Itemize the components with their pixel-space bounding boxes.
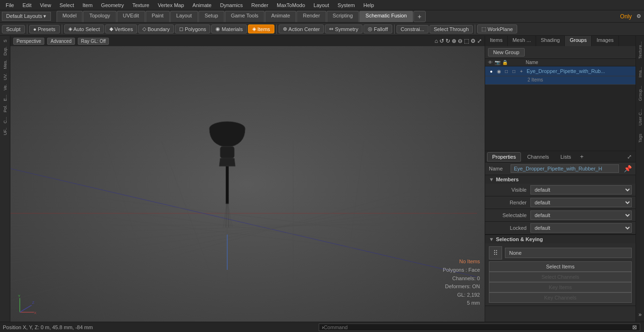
advanced-button[interactable]: Advanced <box>47 38 74 45</box>
camera-icon[interactable]: ◉ <box>495 68 502 74</box>
tab-shading[interactable]: Shading <box>536 36 565 46</box>
edge-tab-userc[interactable]: User C... <box>637 105 644 130</box>
expand-icon[interactable]: ⤢ <box>477 38 482 44</box>
select-items-button[interactable]: Select Items <box>489 261 632 272</box>
visibility-icon[interactable]: ● <box>488 68 495 74</box>
menu-select[interactable]: Select <box>56 1 78 9</box>
tab-mesh[interactable]: Mesh ... <box>508 36 536 46</box>
falloff-button[interactable]: ◎ Falloff <box>363 24 392 33</box>
tab-channels[interactable]: Channels <box>522 152 554 162</box>
keying-header[interactable]: ▼ Selection & Keying <box>485 235 636 243</box>
home-icon[interactable]: ⌂ <box>435 38 438 44</box>
command-input[interactable] <box>324 324 630 330</box>
tab-add-props[interactable]: + <box>577 152 586 161</box>
edge-tab-group[interactable]: Group... <box>637 82 644 105</box>
edge-tab-tags[interactable]: Tags <box>637 130 644 146</box>
add-icon[interactable]: + <box>518 68 525 74</box>
menu-geometry[interactable]: Geometry <box>97 1 127 9</box>
menu-file[interactable]: File <box>2 1 18 9</box>
sidebar-dup-icon[interactable]: Dup. <box>2 45 8 57</box>
action-center-button[interactable]: ⊕ Action Center <box>279 24 324 33</box>
tab-lists[interactable]: Lists <box>555 152 577 162</box>
scene-viewport[interactable] <box>10 46 485 322</box>
lock2-icon[interactable]: □ <box>503 68 510 74</box>
sidebar-e-icon[interactable]: E... <box>2 93 8 103</box>
sidebar-mes-icon[interactable]: Mes. <box>2 58 8 71</box>
boundary-button[interactable]: ◇ Boundary <box>138 24 174 33</box>
sidebar-uv-icon[interactable]: UV. <box>2 72 8 82</box>
tab-paint[interactable]: Paint <box>146 11 170 22</box>
items-button[interactable]: ◈ Items <box>248 24 274 33</box>
tab-items[interactable]: Items <box>485 36 508 46</box>
menu-maxtomodo[interactable]: MaxToModo <box>273 1 309 9</box>
menu-dynamics[interactable]: Dynamics <box>216 1 247 9</box>
vertices-button[interactable]: ◆ Vertices <box>105 24 137 33</box>
symmetry-button[interactable]: ⇔ Symmetry <box>325 24 363 33</box>
constraints-button[interactable]: Constrai... <box>396 25 429 33</box>
presets-button[interactable]: ● Presets <box>29 25 60 33</box>
selectable-select[interactable]: default <box>530 211 632 220</box>
tab-render[interactable]: Render <box>297 11 326 22</box>
menu-view[interactable]: View <box>36 1 55 9</box>
settings-icon[interactable]: ⚙ <box>471 38 476 44</box>
tab-topology[interactable]: Topology <box>83 11 116 22</box>
frame-icon[interactable]: ⬚ <box>464 38 469 44</box>
sidebar-ve-icon[interactable]: Ve. <box>2 82 8 92</box>
menu-vertexmap[interactable]: Vertex Map <box>154 1 188 9</box>
tab-layout[interactable]: Layout <box>170 11 198 22</box>
workplane-button[interactable]: ⬚ WorkPlane <box>477 24 517 33</box>
expand-button[interactable]: ⤢ <box>625 153 634 161</box>
raygl-button[interactable]: Ray GL: Off <box>78 38 109 45</box>
visible-select[interactable]: default <box>530 185 632 194</box>
tab-add[interactable]: + <box>413 11 426 22</box>
render-select[interactable]: default <box>530 198 632 207</box>
tab-setup[interactable]: Setup <box>198 11 224 22</box>
lock3-icon[interactable]: □ <box>511 68 517 74</box>
gear-icon[interactable]: ⚙ <box>636 13 641 19</box>
keying-dots-icon[interactable]: ⠿ <box>489 246 502 259</box>
menu-system[interactable]: System <box>334 1 359 9</box>
sidebar-pol-icon[interactable]: Pol. <box>2 103 8 114</box>
key-channels-button[interactable]: Key Channels <box>489 292 632 303</box>
sculpt-button[interactable]: Sculpt <box>2 25 25 33</box>
tab-model[interactable]: Model <box>57 11 83 22</box>
tab-schematic-fusion[interactable]: Schematic Fusion <box>359 11 413 22</box>
zoom-in-icon[interactable]: ⊕ <box>452 38 456 44</box>
select-through-button[interactable]: Select Through <box>429 25 473 33</box>
select-channels-button[interactable]: Select Channels <box>489 272 632 282</box>
menu-render[interactable]: Render <box>248 1 272 9</box>
rotate-right-icon[interactable]: ↻ <box>446 38 450 44</box>
tab-scripting[interactable]: Scripting <box>327 11 359 22</box>
pin-icon[interactable]: 📌 <box>624 165 632 172</box>
sidebar-c-icon[interactable]: C... <box>2 115 8 125</box>
sidebar-uf-icon[interactable]: UF.. <box>2 126 8 137</box>
new-group-button[interactable]: New Group <box>488 48 525 57</box>
menu-layout[interactable]: Layout <box>310 1 333 9</box>
edge-tab-ima[interactable]: Ima... <box>637 63 644 81</box>
viewport[interactable]: Perspective Advanced Ray GL: Off ⌂ ↺ ↻ ⊕… <box>10 36 485 322</box>
command-icon[interactable]: ⊠ <box>632 324 637 331</box>
menu-help[interactable]: Help <box>360 1 378 9</box>
polygons-button[interactable]: ◻ Polygons <box>175 24 210 33</box>
keying-none-label[interactable]: None <box>505 248 632 258</box>
edge-tab-texture[interactable]: Texture... <box>637 38 644 63</box>
tab-uvedit[interactable]: UVEdit <box>117 11 145 22</box>
command-input-area[interactable]: › ⊠ <box>319 324 640 331</box>
group-row[interactable]: ● ◉ □ □ + Eye_Dropper_Pipette_with_Rub..… <box>485 66 636 76</box>
expand-right-icon[interactable]: » <box>638 311 642 318</box>
rotate-left-icon[interactable]: ↺ <box>439 38 444 44</box>
members-header[interactable]: ▼ Members <box>485 175 636 184</box>
materials-button[interactable]: ◉ Materials <box>211 24 247 33</box>
locked-select[interactable]: default <box>530 223 632 233</box>
star-label[interactable]: Only <box>617 12 635 21</box>
key-items-button[interactable]: Key Items <box>489 282 632 292</box>
name-input[interactable] <box>511 164 619 173</box>
menu-texture[interactable]: Texture <box>129 1 153 9</box>
tab-properties[interactable]: Properties <box>487 152 521 162</box>
sidebar-sculpt-icon[interactable]: S <box>2 38 8 44</box>
menu-edit[interactable]: Edit <box>19 1 35 9</box>
autoselect-button[interactable]: ◈ Auto Select <box>64 24 104 33</box>
zoom-out-icon[interactable]: ⊖ <box>458 38 462 44</box>
tab-groups[interactable]: Groups <box>565 36 592 46</box>
tab-gametools[interactable]: Game Tools <box>225 11 265 22</box>
